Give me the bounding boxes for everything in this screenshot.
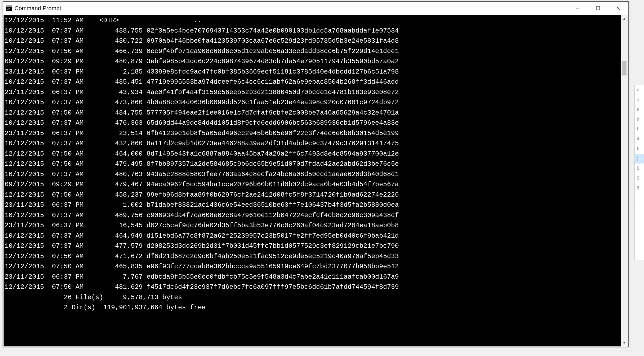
cmd-icon: C:\ [6, 5, 12, 11]
close-button[interactable] [608, 2, 628, 15]
svg-text:C:\: C:\ [7, 7, 10, 10]
background-window-edge: e1adf46)508_ [634, 85, 644, 260]
vertical-scrollbar[interactable] [621, 15, 628, 346]
window-title: Command Prompt [15, 2, 61, 15]
maximize-button[interactable] [588, 2, 608, 15]
svg-marker-7 [623, 18, 625, 20]
cmd-window: C:\ Command Prompt 12/12/2015 11:52 AM <… [3, 1, 629, 347]
svg-marker-8 [623, 342, 625, 344]
svg-rect-1 [6, 5, 12, 7]
scroll-up-arrow-icon[interactable] [621, 15, 628, 22]
console-output[interactable]: 12/12/2015 11:52 AM <DIR> .. 10/12/2015 … [4, 15, 628, 346]
scroll-down-arrow-icon[interactable] [621, 339, 628, 346]
titlebar[interactable]: C:\ Command Prompt [3, 2, 628, 15]
scrollbar-track[interactable] [621, 22, 628, 339]
scrollbar-thumb[interactable] [622, 61, 626, 75]
svg-rect-4 [596, 7, 600, 10]
minimize-button[interactable] [568, 2, 588, 15]
